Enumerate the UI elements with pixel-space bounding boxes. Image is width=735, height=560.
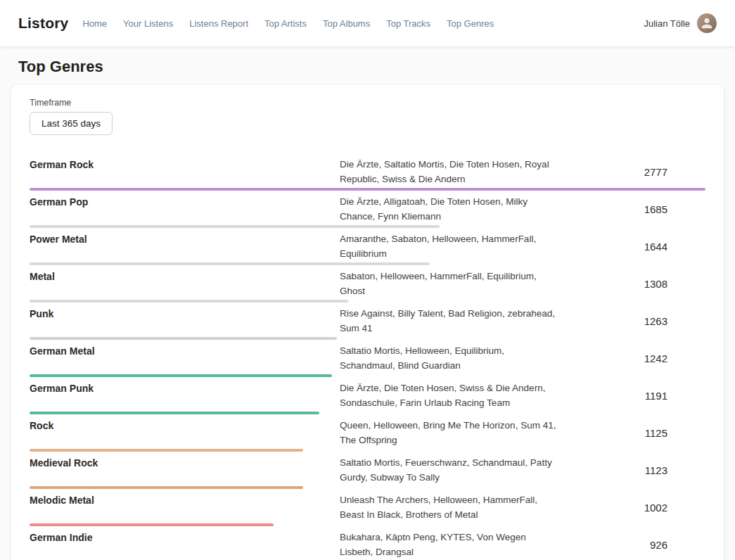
genre-artists: Bukahara, Käptn Peng, KYTES, Von Wegen L…: [340, 530, 558, 559]
genre-rows: German RockDie Ärzte, Saltatio Mortis, D…: [30, 153, 705, 560]
genre-artists: Saltatio Mortis, Helloween, Equilibrium,…: [340, 343, 558, 373]
genre-count: 1685: [558, 203, 705, 215]
genre-row: RockQueen, Helloween, Bring Me The Horiz…: [30, 414, 705, 452]
genre-artists: Saltatio Mortis, Feuerschwanz, Schandmau…: [340, 455, 558, 485]
user-menu[interactable]: Julian Tölle: [644, 13, 717, 33]
genre-name: Power Metal: [30, 231, 340, 261]
genre-count: 1263: [558, 315, 705, 327]
genre-name: German Punk: [30, 381, 340, 410]
genre-count: 1123: [558, 464, 705, 476]
genre-count: 1644: [558, 241, 705, 253]
genre-name: Melodic Metal: [30, 492, 340, 522]
genre-count: 1191: [558, 390, 705, 402]
genre-name: Rock: [30, 418, 340, 447]
timeframe-select[interactable]: Last 365 days: [30, 112, 113, 135]
genre-count: 2777: [558, 166, 705, 178]
user-avatar-icon[interactable]: [697, 13, 717, 33]
nav-links: HomeYour ListensListens ReportTop Artist…: [82, 18, 644, 29]
genre-artists: Rise Against, Billy Talent, Bad Religion…: [340, 306, 558, 336]
nav-link-listens-report[interactable]: Listens Report: [189, 18, 248, 29]
genre-row: MetalSabaton, Helloween, HammerFall, Equ…: [30, 265, 705, 303]
genre-artists: Die Ärzte, Alligatoah, Die Toten Hosen, …: [340, 194, 558, 224]
top-genres-card: Timeframe Last 365 days German RockDie Ä…: [11, 85, 724, 560]
genre-artists: Sabaton, Helloween, HammerFall, Equilibr…: [340, 269, 558, 298]
genre-row: Melodic MetalUnleash The Archers, Hellow…: [30, 489, 705, 526]
genre-row: German PunkDie Ärzte, Die Toten Hosen, S…: [30, 377, 705, 414]
genre-count: 926: [558, 539, 705, 551]
nav-link-home[interactable]: Home: [82, 18, 107, 29]
genre-count: 1125: [558, 427, 705, 439]
genre-artists: Unleash The Archers, Helloween, HammerFa…: [340, 492, 558, 522]
nav-link-top-artists[interactable]: Top Artists: [264, 18, 307, 29]
user-name: Julian Tölle: [644, 18, 690, 29]
nav-link-top-albums[interactable]: Top Albums: [323, 18, 370, 29]
genre-row: German MetalSaltatio Mortis, Helloween, …: [30, 340, 705, 377]
genre-row: PunkRise Against, Billy Talent, Bad Reli…: [30, 303, 705, 340]
genre-artists: Die Ärzte, Die Toten Hosen, Swiss & Die …: [340, 381, 558, 410]
nav-link-top-tracks[interactable]: Top Tracks: [386, 18, 430, 29]
genre-artists: Die Ärzte, Saltatio Mortis, Die Toten Ho…: [340, 157, 558, 186]
genre-name: German Pop: [30, 194, 340, 224]
nav-link-your-listens[interactable]: Your Listens: [123, 18, 173, 29]
genre-artists: Amaranthe, Sabaton, Helloween, HammerFal…: [340, 231, 558, 261]
genre-row: German IndieBukahara, Käptn Peng, KYTES,…: [30, 526, 705, 560]
genre-row: German PopDie Ärzte, Alligatoah, Die Tot…: [30, 191, 705, 228]
genre-name: German Rock: [30, 157, 340, 186]
top-navbar: Listory HomeYour ListensListens ReportTo…: [0, 0, 735, 46]
genre-row: German RockDie Ärzte, Saltatio Mortis, D…: [30, 153, 705, 191]
genre-name: Metal: [30, 269, 340, 298]
genre-row: Medieval RockSaltatio Mortis, Feuerschwa…: [30, 452, 705, 489]
page-title: Top Genres: [18, 58, 735, 76]
genre-row: Power MetalAmaranthe, Sabaton, Helloween…: [30, 228, 705, 265]
genre-count: 1308: [558, 278, 705, 290]
genre-name: German Metal: [30, 343, 340, 373]
nav-link-top-genres[interactable]: Top Genres: [447, 18, 494, 29]
genre-name: German Indie: [30, 530, 340, 559]
genre-name: Medieval Rock: [30, 455, 340, 485]
timeframe-label: Timeframe: [30, 98, 705, 108]
genre-name: Punk: [30, 306, 340, 336]
app-logo[interactable]: Listory: [18, 15, 68, 32]
genre-count: 1242: [558, 352, 705, 364]
genre-count: 1002: [558, 502, 705, 514]
genre-artists: Queen, Helloween, Bring Me The Horizon, …: [340, 418, 558, 447]
